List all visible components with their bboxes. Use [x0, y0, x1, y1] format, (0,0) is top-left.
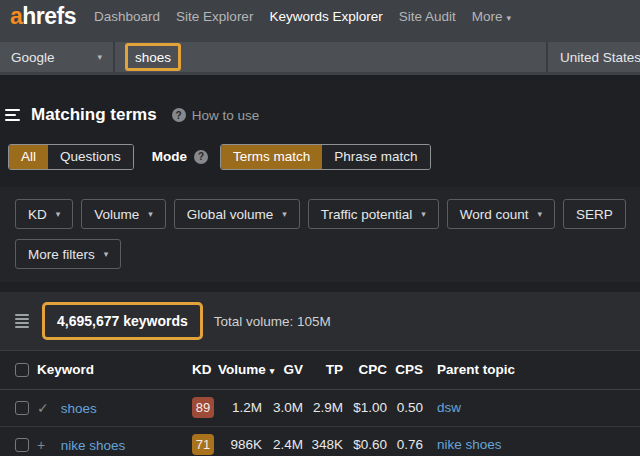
- main-nav: ahrefs Dashboard Site Explorer Keywords …: [0, 0, 640, 32]
- tab-all[interactable]: All: [9, 145, 48, 169]
- header-cpc[interactable]: CPC: [343, 351, 387, 389]
- cps-value: 0.50: [387, 389, 423, 426]
- help-icon[interactable]: ?: [172, 108, 186, 122]
- top-bar: ahrefs Dashboard Site Explorer Keywords …: [0, 0, 640, 75]
- country-value: United States: [560, 50, 640, 65]
- chevron-down-icon: ▾: [282, 209, 287, 219]
- parent-topic-link[interactable]: dsw: [437, 400, 461, 415]
- search-engine-value: Google: [11, 50, 55, 65]
- keyword-link[interactable]: nike shoes: [61, 438, 126, 453]
- tab-questions[interactable]: Questions: [48, 145, 133, 169]
- nav-item-site-explorer[interactable]: Site Explorer: [176, 9, 253, 24]
- volume-value: 986K: [218, 426, 262, 456]
- results-panel: 4,695,677 keywords Total volume: 105M Ke…: [0, 292, 640, 456]
- logo-rest: hrefs: [22, 3, 76, 29]
- tabs-row: All Questions Mode ? Terms match Phrase …: [0, 143, 640, 170]
- chevron-down-icon: ▾: [507, 13, 512, 23]
- filter-word-count-button[interactable]: Word count▾: [447, 199, 555, 229]
- search-engine-select[interactable]: Google ▾: [0, 42, 115, 72]
- parent-topic-link[interactable]: nike shoes: [437, 437, 502, 452]
- logo-accent: a: [10, 3, 22, 29]
- mode-tabs: Terms match Phrase match: [220, 144, 431, 170]
- tab-phrase-match[interactable]: Phrase match: [322, 145, 429, 169]
- table-row: ✓ shoes 89 1.2M 3.0M 2.9M $1.00 0.50 dsw: [0, 389, 640, 426]
- tp-value: 2.9M: [303, 389, 343, 426]
- cpc-value: $0.60: [343, 426, 387, 456]
- section-head: Matching terms ? How to use: [0, 103, 640, 127]
- row-checkbox[interactable]: [15, 438, 29, 452]
- header-volume[interactable]: Volume▾: [218, 351, 262, 389]
- filter-volume-button[interactable]: Volume▾: [81, 199, 166, 229]
- nav-item-dashboard[interactable]: Dashboard: [94, 9, 160, 24]
- header-gv[interactable]: GV: [262, 351, 303, 389]
- filter-global-volume-button[interactable]: Global volume▾: [174, 199, 300, 229]
- reports-menu-icon[interactable]: [5, 109, 20, 121]
- filter-row-2: More filters▾: [15, 239, 640, 269]
- search-row: Google ▾ shoes United States: [0, 42, 640, 72]
- filter-traffic-potential-button[interactable]: Traffic potential▾: [308, 199, 439, 229]
- chevron-down-icon: ▾: [97, 52, 102, 62]
- page-title: Matching terms: [31, 105, 157, 125]
- total-volume: Total volume: 105M: [214, 314, 331, 329]
- sort-desc-icon: ▾: [270, 366, 275, 376]
- gv-value: 2.4M: [262, 426, 303, 456]
- chevron-down-icon: ▾: [421, 209, 426, 219]
- gv-value: 3.0M: [262, 389, 303, 426]
- chevron-down-icon: ▾: [56, 209, 61, 219]
- nav-item-site-audit[interactable]: Site Audit: [399, 9, 456, 24]
- keywords-table: Keyword KD Volume▾ GV TP CPC CPS Parent …: [0, 351, 640, 456]
- tab-terms-match[interactable]: Terms match: [221, 145, 322, 169]
- how-to-use-link[interactable]: How to use: [192, 108, 260, 123]
- filter-row-1: KD▾ Volume▾ Global volume▾ Traffic poten…: [15, 199, 640, 229]
- cpc-value: $1.00: [343, 389, 387, 426]
- plus-icon[interactable]: +: [37, 437, 57, 453]
- kd-badge: 71: [192, 434, 214, 455]
- chevron-down-icon: ▾: [148, 209, 153, 219]
- header-cps[interactable]: CPS: [387, 351, 423, 389]
- more-filters-button[interactable]: More filters▾: [15, 239, 121, 269]
- keywords-count: 4,695,677 keywords: [57, 313, 188, 329]
- table-row: + nike shoes 71 986K 2.4M 348K $0.60 0.7…: [0, 426, 640, 456]
- header-parent-topic[interactable]: Parent topic: [423, 351, 640, 389]
- mode-help-icon[interactable]: ?: [194, 150, 208, 164]
- filters-panel: KD▾ Volume▾ Global volume▾ Traffic poten…: [0, 187, 640, 282]
- results-bar: 4,695,677 keywords Total volume: 105M: [0, 292, 640, 351]
- annotation-highlight-count: 4,695,677 keywords: [42, 302, 203, 340]
- list-icon[interactable]: [15, 314, 29, 328]
- cps-value: 0.76: [387, 426, 423, 456]
- header-kd[interactable]: KD: [185, 351, 218, 389]
- keyword-search-input[interactable]: shoes: [115, 42, 546, 72]
- table-header-row: Keyword KD Volume▾ GV TP CPC CPS Parent …: [0, 351, 640, 389]
- select-all-checkbox[interactable]: [15, 363, 29, 377]
- filter-serp-button[interactable]: SERP: [563, 199, 626, 229]
- nav-item-keywords-explorer[interactable]: Keywords Explorer: [269, 9, 382, 24]
- country-select[interactable]: United States: [546, 42, 640, 72]
- row-checkbox[interactable]: [15, 401, 29, 415]
- tp-value: 348K: [303, 426, 343, 456]
- header-tp[interactable]: TP: [303, 351, 343, 389]
- chevron-down-icon: ▾: [538, 209, 543, 219]
- keyword-link[interactable]: shoes: [61, 401, 97, 416]
- ahrefs-logo[interactable]: ahrefs: [10, 3, 76, 30]
- scope-tabs: All Questions: [8, 144, 134, 170]
- search-query-value: shoes: [135, 50, 171, 65]
- nav-item-more[interactable]: More▾: [472, 9, 511, 24]
- kd-badge: 89: [192, 397, 214, 418]
- header-keyword[interactable]: Keyword: [34, 351, 185, 389]
- mode-label: Mode: [152, 149, 187, 164]
- chevron-down-icon: ▾: [104, 249, 109, 259]
- volume-value: 1.2M: [218, 389, 262, 426]
- filter-kd-button[interactable]: KD▾: [15, 199, 73, 229]
- check-icon[interactable]: ✓: [37, 400, 57, 416]
- annotation-highlight-query: shoes: [125, 43, 181, 71]
